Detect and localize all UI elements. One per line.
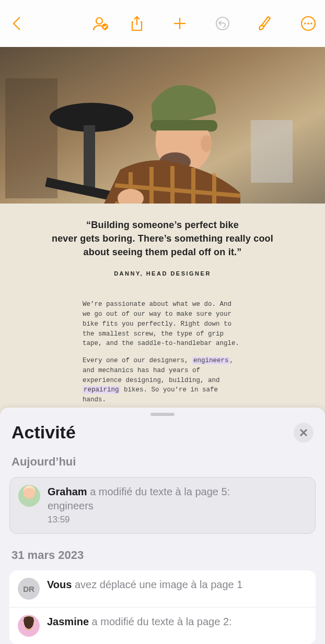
person-check-icon xyxy=(91,16,109,31)
date-header-past: 31 mars 2023 xyxy=(9,546,316,570)
highlight-engineers[interactable]: engineers xyxy=(192,357,230,364)
close-button[interactable] xyxy=(294,423,314,443)
paintbrush-icon xyxy=(258,15,273,32)
quote-line2: never gets boring. There’s something rea… xyxy=(52,233,273,244)
activity-user: Vous xyxy=(47,579,72,590)
date-header-today: Aujourd’hui xyxy=(9,453,316,477)
svg-point-9 xyxy=(310,22,312,25)
undo-button[interactable] xyxy=(212,13,233,34)
svg-point-18 xyxy=(201,135,212,152)
svg-point-0 xyxy=(96,18,102,24)
activity-item[interactable]: Jasmine a modifié du texte à la page 2: xyxy=(9,607,316,644)
chevron-left-icon xyxy=(11,16,22,31)
quote-block: “Building someone’s perfect bike never g… xyxy=(0,204,325,281)
more-button[interactable] xyxy=(298,13,319,34)
plus-icon xyxy=(172,16,188,31)
paragraph-2[interactable]: Every one of our designers, engineers, a… xyxy=(83,356,242,405)
activity-action: a modifié du texte à la page 2: xyxy=(89,616,232,627)
undo-icon xyxy=(215,16,230,31)
panel-title: Activité xyxy=(11,422,76,443)
hero-illustration xyxy=(0,47,325,204)
activity-item[interactable]: DR Vous avez déplacé une image à la page… xyxy=(9,570,316,607)
hero-image xyxy=(0,47,325,204)
svg-rect-11 xyxy=(251,120,293,183)
svg-point-7 xyxy=(304,22,306,25)
share-button[interactable] xyxy=(126,13,147,34)
activity-time: 13:59 xyxy=(48,514,307,526)
quote-attribution: DANNY, HEAD DESIGNER xyxy=(31,270,294,277)
ellipsis-circle-icon xyxy=(300,16,316,31)
format-button[interactable] xyxy=(255,13,276,34)
activity-action: a modifié du texte à la page 5: xyxy=(87,486,230,497)
activity-user: Graham xyxy=(48,486,87,497)
paragraph-1[interactable]: We’re passionate about what we do. And w… xyxy=(83,300,242,349)
back-button[interactable] xyxy=(6,13,27,34)
svg-point-8 xyxy=(307,22,309,25)
activity-item[interactable]: Graham a modifié du texte à la page 5: e… xyxy=(9,477,316,534)
activity-user: Jasmine xyxy=(47,616,89,627)
toolbar xyxy=(0,0,325,47)
svg-rect-16 xyxy=(150,120,217,132)
close-icon xyxy=(299,428,308,437)
svg-rect-14 xyxy=(84,125,95,188)
avatar: DR xyxy=(18,578,40,600)
drag-handle[interactable] xyxy=(150,413,175,416)
avatar xyxy=(18,485,40,507)
activity-action: avez déplacé une image à la page 1 xyxy=(72,579,242,590)
highlight-repairing[interactable]: repairing xyxy=(83,386,120,393)
quote-line1: “Building someone’s perfect bike xyxy=(86,220,239,230)
activity-panel: Activité Aujourd’hui Graham a modifié du… xyxy=(0,408,325,644)
share-icon xyxy=(130,15,144,32)
avatar xyxy=(18,615,40,637)
activity-group: DR Vous avez déplacé une image à la page… xyxy=(9,570,316,644)
add-button[interactable] xyxy=(169,13,190,34)
collaborate-button[interactable] xyxy=(90,13,111,34)
activity-detail: engineers xyxy=(48,499,307,513)
quote-line3: about seeing them pedal off on it.” xyxy=(83,247,241,257)
